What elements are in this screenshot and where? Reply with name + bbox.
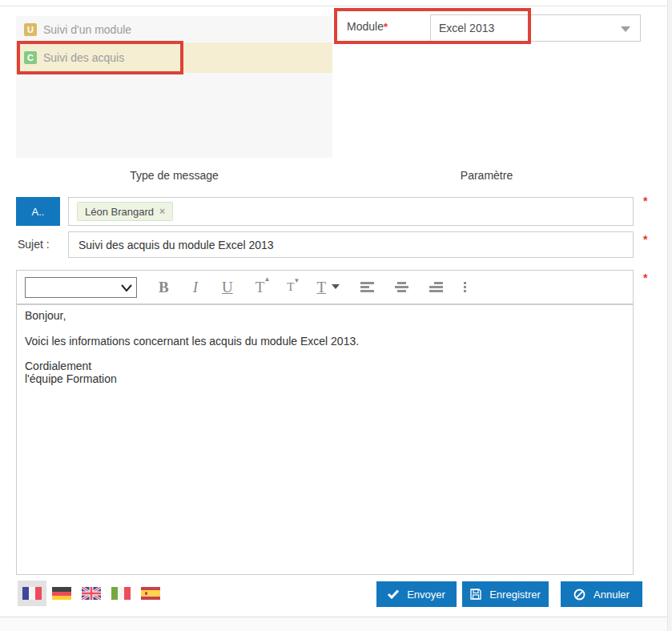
italy-flag-icon — [111, 587, 131, 600]
list-item-label: Suivi d'un module — [43, 23, 131, 36]
cancel-button-label: Annuler — [594, 589, 630, 601]
send-button-label: Envoyer — [407, 589, 445, 601]
language-german[interactable] — [47, 581, 76, 606]
cancel-icon — [573, 589, 585, 601]
annotation-box-selected-type — [17, 41, 183, 74]
spain-flag-icon — [141, 587, 160, 600]
annotation-box-module — [334, 8, 531, 44]
italic-button[interactable]: I — [193, 279, 198, 295]
save-button[interactable]: Enregistrer — [462, 581, 549, 607]
module-badge-icon: U — [24, 23, 37, 36]
uk-flag-icon — [82, 587, 101, 600]
subject-value: Suivi des acquis du module Excel 2013 — [78, 239, 274, 251]
save-button-label: Enregistrer — [489, 589, 541, 601]
check-icon — [388, 589, 399, 599]
send-button[interactable]: Envoyer — [376, 581, 457, 607]
bold-button[interactable]: B — [159, 279, 169, 295]
language-english[interactable] — [77, 581, 106, 606]
language-spanish[interactable] — [136, 581, 165, 606]
recipient-field[interactable]: Léon Brangard × — [68, 197, 634, 226]
editor-toolbar: B I U T▲ T▼ T — [16, 270, 634, 304]
recipient-to-button[interactable]: A.. — [16, 197, 60, 226]
font-color-button[interactable]: T — [317, 279, 340, 295]
subject-required-star: * — [643, 233, 647, 246]
message-body-editor[interactable]: Bonjour, Voici les informations concerna… — [16, 304, 634, 575]
underline-button[interactable]: U — [222, 279, 233, 295]
decrease-font-size-button[interactable]: T▼ — [287, 281, 294, 293]
right-scrollbar-track[interactable] — [667, 0, 672, 631]
recipient-chip-label: Léon Brangard — [85, 206, 154, 218]
caret-up-icon: ▲ — [264, 276, 270, 283]
recipient-required-star: * — [643, 195, 647, 207]
align-center-button[interactable] — [395, 282, 408, 292]
subject-input[interactable]: Suivi des acquis du module Excel 2013 — [68, 231, 634, 258]
subject-label: Sujet : — [18, 238, 50, 251]
caret-down-icon: ▼ — [294, 278, 300, 284]
message-type-list: U Suivi d'un module C Suivi des acquis — [16, 16, 332, 158]
list-item-suivi-module[interactable]: U Suivi d'un module — [16, 16, 332, 42]
body-required-star: * — [643, 271, 647, 284]
align-left-button[interactable] — [360, 282, 374, 292]
language-french[interactable] — [18, 581, 46, 606]
dropdown-caret-icon — [332, 284, 340, 289]
font-family-select[interactable] — [25, 277, 137, 298]
increase-font-size-button[interactable]: T▲ — [256, 279, 265, 295]
recipient-chip[interactable]: Léon Brangard × — [77, 202, 173, 221]
save-icon — [470, 589, 481, 600]
remove-recipient-icon[interactable]: × — [159, 206, 165, 217]
cancel-button[interactable]: Annuler — [561, 581, 642, 607]
language-selector — [18, 581, 165, 606]
align-right-button[interactable] — [429, 282, 443, 292]
select-chevron-icon — [121, 284, 132, 292]
bullet-list-button[interactable] — [464, 282, 477, 292]
column-header-type-de-message: Type de message — [16, 169, 332, 182]
chevron-down-icon — [621, 26, 630, 32]
france-flag-icon — [22, 587, 42, 600]
germany-flag-icon — [52, 587, 71, 600]
top-divider — [0, 6, 672, 6]
language-italian[interactable] — [107, 581, 135, 606]
column-header-parametre: Paramètre — [332, 169, 641, 182]
footer-strip — [0, 617, 672, 631]
